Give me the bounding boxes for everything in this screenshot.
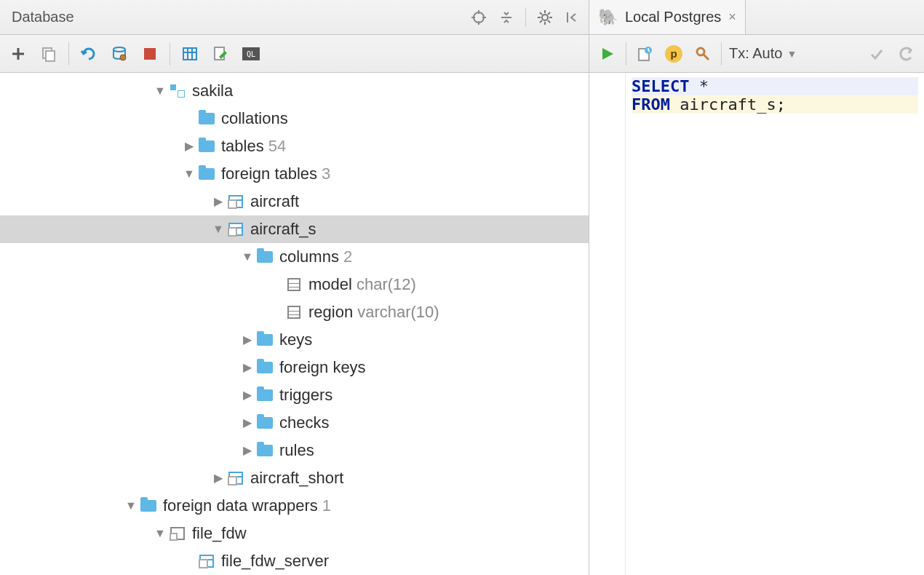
tab-label: Local Postgres: [625, 9, 721, 25]
folder-icon: [256, 386, 274, 404]
profile-icon[interactable]: p: [663, 43, 685, 65]
target-icon[interactable]: [470, 9, 487, 26]
postgres-icon: 🐘: [598, 8, 618, 27]
chevron-down-icon[interactable]: ▼: [153, 526, 167, 541]
tree-node-columns[interactable]: ▼ columns 2: [0, 243, 589, 271]
tree-node-column-model[interactable]: model char(12): [0, 271, 589, 298]
tree-node-rules[interactable]: ▶ rules: [0, 437, 589, 464]
svg-rect-22: [144, 48, 156, 60]
run-icon[interactable]: [597, 43, 618, 65]
column-icon: [285, 276, 303, 293]
folder-icon: [256, 248, 274, 266]
sql-text: aircraft_s;: [680, 95, 786, 114]
tree-node-aircraft-short[interactable]: ▶ aircraft_short: [0, 464, 589, 492]
chevron-right-icon[interactable]: ▶: [211, 471, 226, 485]
schema-icon: [169, 82, 186, 100]
node-label: rules: [279, 437, 314, 464]
tree-node-file-fdw-server[interactable]: file_fdw_server: [0, 547, 589, 575]
tree-node-fdw[interactable]: ▼ foreign data wrappers 1: [0, 492, 589, 520]
chevron-right-icon[interactable]: ▶: [240, 360, 255, 375]
datasource-properties-icon[interactable]: [108, 43, 130, 65]
add-datasource-icon[interactable]: [7, 43, 29, 65]
chevron-down-icon[interactable]: ▼: [182, 167, 196, 181]
svg-line-13: [540, 20, 542, 23]
node-label: collations: [221, 105, 288, 132]
separator: [721, 42, 722, 66]
chevron-right-icon[interactable]: ▶: [240, 333, 255, 347]
edit-icon[interactable]: [210, 43, 231, 65]
node-label: file_fdw_server: [221, 547, 329, 575]
sql-keyword: FROM: [632, 95, 670, 114]
chevron-right-icon[interactable]: ▶: [240, 388, 255, 402]
tree-node-foreign-tables[interactable]: ▼ foreign tables 3: [0, 160, 589, 188]
column-name: model: [308, 271, 352, 298]
editor-panel: 🐘 Local Postgres × p Tx: Auto ▼ SELECT *…: [589, 0, 924, 575]
node-label: foreign tables: [221, 160, 317, 188]
folder-icon: [198, 110, 215, 127]
separator: [525, 8, 526, 27]
copy-icon[interactable]: [38, 43, 60, 65]
foreign-table-icon: [227, 221, 244, 238]
stop-icon[interactable]: [139, 43, 161, 65]
database-panel-title: Database: [12, 9, 74, 25]
node-count: 2: [343, 243, 352, 271]
table-view-icon[interactable]: [179, 43, 201, 65]
refresh-icon[interactable]: [78, 43, 100, 65]
database-header-actions: [470, 8, 581, 27]
svg-line-14: [548, 12, 550, 15]
tx-mode-dropdown[interactable]: Tx: Auto ▼: [729, 45, 797, 62]
editor-code[interactable]: SELECT *FROM aircraft_s;: [626, 73, 924, 575]
svg-marker-31: [602, 48, 613, 60]
tree-node-tables[interactable]: ▶ tables 54: [0, 132, 589, 160]
node-label: file_fdw: [192, 520, 247, 547]
chevron-right-icon[interactable]: ▶: [182, 139, 196, 154]
chevron-right-icon[interactable]: ▶: [240, 416, 255, 430]
svg-point-6: [542, 15, 548, 20]
server-icon: [198, 552, 215, 570]
separator: [68, 42, 69, 66]
commit-icon[interactable]: [866, 43, 888, 65]
tree-node-column-region[interactable]: region varchar(10): [0, 298, 589, 326]
tab-local-postgres[interactable]: 🐘 Local Postgres ×: [589, 0, 746, 34]
database-panel-header: Database: [0, 0, 589, 35]
tree-node-checks[interactable]: ▶ checks: [0, 409, 589, 437]
node-label: checks: [279, 409, 329, 437]
close-icon[interactable]: ×: [728, 9, 736, 25]
chevron-down-icon[interactable]: ▼: [211, 222, 226, 237]
tree-node-triggers[interactable]: ▶ triggers: [0, 381, 589, 409]
settings-tool-icon[interactable]: [692, 43, 714, 65]
chevron-right-icon[interactable]: ▶: [240, 443, 255, 458]
hide-icon[interactable]: [564, 9, 581, 26]
node-label: aircraft_short: [250, 464, 343, 492]
node-count: 1: [322, 492, 331, 520]
sql-text: *: [699, 77, 709, 95]
chevron-down-icon[interactable]: ▼: [124, 499, 138, 513]
chevron-down-icon[interactable]: ▼: [240, 250, 255, 264]
gear-icon[interactable]: [536, 9, 554, 26]
tree-node-collations[interactable]: collations: [0, 105, 589, 132]
editor-tabs: 🐘 Local Postgres ×: [589, 0, 924, 35]
sql-editor[interactable]: SELECT *FROM aircraft_s;: [589, 73, 924, 575]
history-icon[interactable]: [634, 43, 656, 65]
tree-node-file-fdw[interactable]: ▼ file_fdw: [0, 520, 589, 547]
tree-node-foreign-keys[interactable]: ▶ foreign keys: [0, 354, 589, 381]
console-icon[interactable]: QL: [240, 43, 262, 65]
folder-icon: [256, 331, 274, 349]
tree-node-aircraft-s[interactable]: ▼ aircraft_s: [0, 215, 589, 243]
chevron-right-icon[interactable]: ▶: [211, 194, 226, 209]
node-label: triggers: [279, 381, 332, 409]
tree-node-aircraft[interactable]: ▶ aircraft: [0, 188, 589, 215]
tx-label: Tx: Auto: [729, 45, 782, 62]
svg-rect-23: [183, 48, 196, 60]
svg-rect-19: [46, 51, 55, 61]
tree-node-keys[interactable]: ▶ keys: [0, 326, 589, 354]
rollback-icon[interactable]: [895, 43, 917, 65]
tree-node-sakila[interactable]: ▼ sakila: [0, 77, 589, 105]
node-label: sakila: [192, 77, 233, 105]
split-icon[interactable]: [498, 9, 515, 26]
chevron-down-icon[interactable]: ▼: [153, 84, 167, 98]
node-label: tables: [221, 132, 264, 160]
svg-point-21: [120, 55, 126, 60]
svg-point-20: [113, 47, 125, 52]
database-tree[interactable]: ▼ sakila collations ▶ tables 54 ▼ foreig…: [0, 73, 589, 575]
